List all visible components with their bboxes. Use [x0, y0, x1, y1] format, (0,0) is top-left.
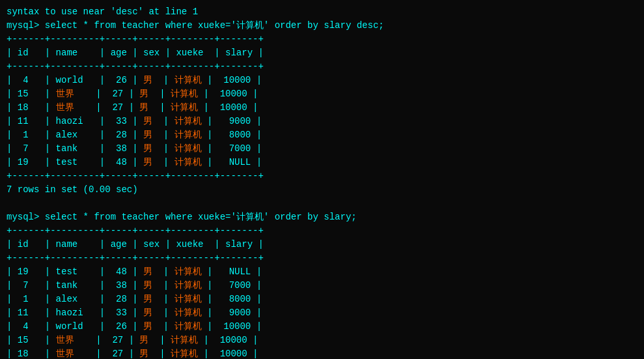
table1-sep-top: +------+---------+-----+-----+--------+-…: [7, 33, 637, 46]
table2-header: | id | name | age | sex | xueke | slary …: [7, 238, 637, 251]
table2-sep-top: +------+---------+-----+-----+--------+-…: [7, 224, 637, 238]
prompt-2: mysql> select * from teacher where xueke…: [7, 212, 357, 222]
table2-row-7: | 18 | 世界 | 27 | 男 | 计算机 | 10000 |: [7, 347, 637, 359]
prompt-1: mysql> select * from teacher where xueke…: [7, 20, 384, 31]
table1-row-3: | 18 | 世界 | 27 | 男 | 计算机 | 10000 |: [7, 101, 637, 115]
table2-row-1: | 19 | test | 48 | 男 | 计算机 | NULL |: [7, 265, 637, 279]
table2-row-3: | 1 | alex | 28 | 男 | 计算机 | 8000 |: [7, 293, 637, 306]
table1-sep-bot: +------+---------+-----+-----+--------+-…: [7, 169, 637, 183]
table1-header: | id | name | age | sex | xueke | slary …: [7, 46, 637, 60]
terminal-output: syntax to use near 'desc' at line 1 mysq…: [7, 5, 637, 359]
command-2: mysql> select * from teacher where xueke…: [7, 210, 637, 224]
table1-row-4: | 11 | haozi | 33 | 男 | 计算机 | 9000 |: [7, 115, 637, 128]
table2-row-6: | 15 | 世界 | 27 | 男 | 计算机 | 10000 |: [7, 334, 637, 347]
table1-row-2: | 15 | 世界 | 27 | 男 | 计算机 | 10000 |: [7, 87, 637, 101]
table-1: +------+---------+-----+-----+--------+-…: [7, 33, 637, 183]
table-2: +------+---------+-----+-----+--------+-…: [7, 224, 637, 359]
command-1: mysql> select * from teacher where xueke…: [7, 19, 637, 33]
blank-1: [7, 197, 637, 210]
intro-line: syntax to use near 'desc' at line 1: [7, 5, 637, 19]
table1-row-1: | 4 | world | 26 | 男 | 计算机 | 10000 |: [7, 74, 637, 87]
table1-row-5: | 1 | alex | 28 | 男 | 计算机 | 8000 |: [7, 128, 637, 142]
table1-sep-mid: +------+---------+-----+-----+--------+-…: [7, 60, 637, 74]
table1-row-7: | 19 | test | 48 | 男 | 计算机 | NULL |: [7, 156, 637, 169]
table1-row-6: | 7 | tank | 38 | 男 | 计算机 | 7000 |: [7, 142, 637, 156]
table2-row-5: | 4 | world | 26 | 男 | 计算机 | 10000 |: [7, 320, 637, 334]
table2-row-2: | 7 | tank | 38 | 男 | 计算机 | 7000 |: [7, 279, 637, 293]
table2-sep-mid: +------+---------+-----+-----+--------+-…: [7, 251, 637, 265]
table2-row-4: | 11 | haozi | 33 | 男 | 计算机 | 9000 |: [7, 306, 637, 320]
result-1: 7 rows in set (0.00 sec): [7, 183, 637, 197]
